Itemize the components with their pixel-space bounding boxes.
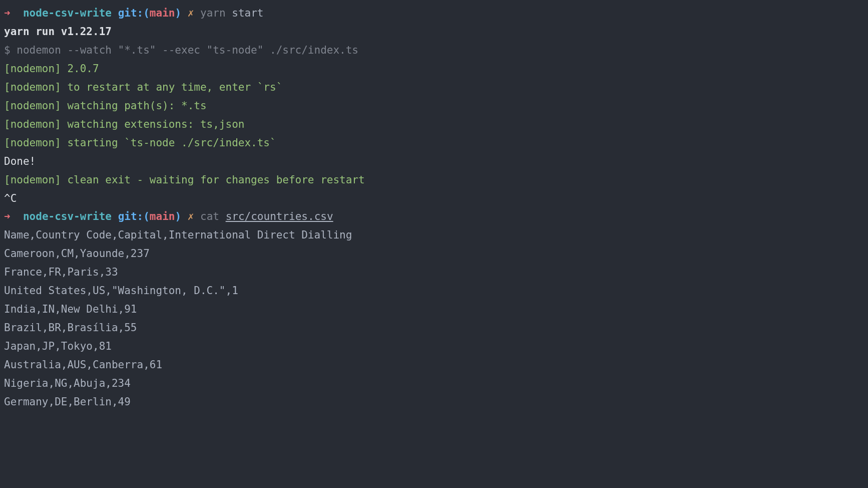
nodemon-line: [nodemon] 2.0.7 <box>4 60 864 78</box>
prompt-directory: node-csv-write <box>23 210 112 222</box>
nodemon-exit-line: [nodemon] clean exit - waiting for chang… <box>4 171 864 189</box>
prompt-line-1: ➜ node-csv-write git:(main) ✗ yarn start <box>4 4 864 23</box>
nodemon-line: [nodemon] watching path(s): *.ts <box>4 97 864 115</box>
csv-line: Nigeria,NG,Abuja,234 <box>4 374 864 393</box>
csv-line: Australia,AUS,Canberra,61 <box>4 356 864 374</box>
csv-line: Brazil,BR,Brasília,55 <box>4 319 864 337</box>
git-paren-close: ) <box>175 7 181 19</box>
csv-line: Germany,DE,Berlin,49 <box>4 393 864 411</box>
nodemon-line: [nodemon] watching extensions: ts,json <box>4 115 864 134</box>
done-line: Done! <box>4 152 864 171</box>
terminal-output[interactable]: ➜ node-csv-write git:(main) ✗ yarn start… <box>4 4 864 411</box>
git-branch: main <box>150 7 175 19</box>
command-space <box>219 210 226 222</box>
git-branch: main <box>150 210 175 222</box>
csv-line: India,IN,New Delhi,91 <box>4 300 864 319</box>
csv-line: United States,US,"Washington, D.C.",1 <box>4 282 864 300</box>
csv-line: France,FR,Paris,33 <box>4 263 864 282</box>
csv-line: Japan,JP,Tokyo,81 <box>4 337 864 356</box>
prompt-arrow-icon: ➜ <box>4 7 11 19</box>
git-paren-open: ( <box>143 7 150 19</box>
nodemon-exec-line: $ nodemon --watch "*.ts" --exec "ts-node… <box>4 41 864 60</box>
csv-line: Name,Country Code,Capital,International … <box>4 226 864 245</box>
git-dirty-icon: ✗ <box>188 7 194 19</box>
git-dirty-icon: ✗ <box>188 210 194 222</box>
command-file-arg: src/countries.csv <box>226 210 333 222</box>
nodemon-line: [nodemon] starting `ts-node ./src/index.… <box>4 134 864 152</box>
prompt-arrow-icon: ➜ <box>4 210 11 222</box>
git-label: git: <box>118 210 144 222</box>
prompt-directory: node-csv-write <box>23 7 112 19</box>
git-label: git: <box>118 7 144 19</box>
prompt-line-2: ➜ node-csv-write git:(main) ✗ cat src/co… <box>4 207 864 226</box>
git-paren-close: ) <box>175 210 181 222</box>
command-head: cat <box>200 210 219 222</box>
git-paren-open: ( <box>143 210 150 222</box>
yarn-version-line: yarn run v1.22.17 <box>4 23 864 41</box>
command-args: start <box>226 7 264 19</box>
command-head: yarn <box>200 7 226 19</box>
interrupt-line: ^C <box>4 189 864 208</box>
nodemon-line: [nodemon] to restart at any time, enter … <box>4 78 864 97</box>
csv-line: Cameroon,CM,Yaounde,237 <box>4 245 864 263</box>
